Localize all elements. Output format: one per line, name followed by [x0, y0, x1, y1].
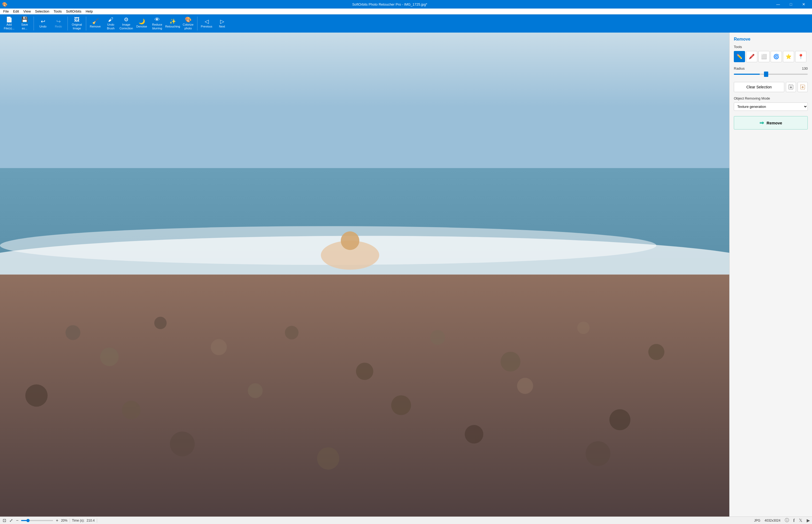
next-button[interactable]: ▷Next	[215, 16, 230, 31]
save-selection-button[interactable]	[786, 82, 796, 92]
window-controls: — □ ✕	[772, 0, 810, 9]
fit-to-window-button[interactable]: ⊡	[2, 518, 7, 523]
svg-point-21	[170, 432, 195, 457]
radius-slider-container	[734, 71, 808, 76]
denoise-icon: 🌙	[138, 19, 145, 24]
object-removing-mode-label: Object Removing Mode	[734, 96, 808, 100]
facebook-button[interactable]: f	[793, 518, 795, 523]
svg-point-10	[356, 363, 373, 380]
save-as-button[interactable]: 💾Save as...	[17, 16, 32, 31]
image-correction-icon: ⚙	[124, 17, 129, 22]
menu-item-file[interactable]: File	[1, 9, 11, 14]
svg-point-17	[248, 383, 263, 398]
eraser-tool-button[interactable]: 🖍️	[746, 51, 757, 62]
svg-point-13	[577, 322, 590, 334]
svg-point-14	[648, 344, 664, 360]
reduce-blurring-icon: 👁	[154, 17, 160, 22]
menu-item-softorbits[interactable]: SoftOrbits	[64, 9, 84, 14]
clear-selection-button[interactable]: Clear Selection	[734, 82, 784, 92]
svg-point-11	[430, 330, 445, 345]
time-label: Time (s):	[72, 519, 85, 522]
svg-point-22	[317, 447, 339, 470]
dimensions-label: 4032x3024	[764, 519, 780, 522]
menu-item-tools[interactable]: Tools	[51, 9, 64, 14]
svg-point-7	[154, 317, 167, 329]
next-icon: ▷	[220, 19, 224, 24]
brush-tool-button[interactable]: ✏️	[734, 51, 745, 62]
menu-item-view[interactable]: View	[21, 9, 33, 14]
previous-icon: ◁	[205, 19, 209, 24]
remove-button[interactable]: 🧹Remove	[88, 16, 103, 31]
svg-point-9	[285, 326, 299, 340]
undo-button[interactable]: ↩Undo	[35, 16, 50, 31]
menu-item-selection[interactable]: Selection	[33, 9, 51, 14]
remove-button[interactable]: ⇒ Remove	[734, 116, 808, 129]
svg-point-19	[517, 378, 533, 394]
radius-slider[interactable]	[734, 74, 808, 75]
radius-row: Radius 130	[734, 66, 808, 70]
app-logo: 🎨	[2, 2, 7, 7]
status-separator-2	[97, 519, 97, 523]
retouching-button[interactable]: ✨Retouching	[165, 16, 180, 31]
previous-button[interactable]: ◁Previous	[199, 16, 214, 31]
rect-select-tool-button[interactable]: ⬜	[758, 51, 769, 62]
stamp-tool-button[interactable]: 📍	[795, 51, 807, 62]
clear-selection-row: Clear Selection	[734, 82, 808, 92]
info-button[interactable]: ⓘ	[785, 518, 789, 523]
right-panel: Remove Tools ✏️🖍️⬜🌀⭐📍 Radius 130 Clear S…	[729, 33, 812, 517]
svg-point-6	[100, 347, 119, 366]
remove-icon: 🧹	[92, 19, 99, 24]
remove-button-label: Remove	[767, 121, 782, 125]
undo-brush-icon: 🖌	[108, 17, 114, 22]
svg-point-18	[391, 395, 411, 415]
main-area: Remove Tools ✏️🖍️⬜🌀⭐📍 Radius 130 Clear S…	[0, 33, 812, 517]
redo-icon: ↪	[56, 19, 61, 24]
maximize-button[interactable]: □	[785, 0, 797, 9]
zoom-slider[interactable]	[21, 520, 53, 521]
reduce-blurring-button[interactable]: 👁Reduce blurring	[150, 16, 165, 31]
format-label: JPG	[754, 519, 760, 522]
status-right: JPG 4032x3024 ⓘ f 𝕏 ▶	[754, 518, 810, 523]
svg-point-12	[501, 352, 520, 372]
denoise-button[interactable]: 🌙Denoise	[134, 16, 149, 31]
object-removing-mode-select[interactable]: Texture generationContent-aware fillInpa…	[734, 102, 808, 111]
status-separator-1	[70, 519, 70, 523]
original-image-button[interactable]: 🖼Original Image	[69, 16, 84, 31]
tools-section-label: Tools	[734, 45, 808, 49]
photo-canvas[interactable]	[0, 33, 729, 517]
close-button[interactable]: ✕	[798, 0, 810, 9]
zoom-in-button[interactable]: +	[55, 518, 59, 523]
fit-icon-button[interactable]: ⤢	[9, 518, 13, 523]
minimize-button[interactable]: —	[772, 0, 784, 9]
svg-point-8	[211, 339, 227, 355]
svg-rect-4	[0, 275, 729, 517]
magic-wand-tool-button[interactable]: ⭐	[783, 51, 794, 62]
colorize-photo-icon: 🎨	[185, 17, 191, 22]
toolbar: 📄Add File(s)...💾Save as...↩Undo↪Redo🖼Ori…	[0, 14, 812, 33]
svg-point-15	[26, 384, 48, 407]
undo-icon: ↩	[41, 19, 45, 24]
menu-item-help[interactable]: Help	[84, 9, 95, 14]
image-correction-button[interactable]: ⚙Image Correction	[119, 16, 134, 31]
load-selection-button[interactable]	[798, 82, 808, 92]
titlebar: 🎨 SoftOrbits Photo Retoucher Pro - IMG_1…	[0, 0, 812, 9]
toolbar-separator	[197, 17, 198, 30]
canvas-area[interactable]	[0, 33, 729, 517]
zoom-out-button[interactable]: −	[16, 518, 19, 523]
twitter-button[interactable]: 𝕏	[799, 518, 802, 523]
toolbar-separator	[34, 17, 34, 30]
colorize-photo-button[interactable]: 🎨Colorize photo	[181, 16, 196, 31]
remove-arrow-icon: ⇒	[759, 119, 764, 126]
redo-button[interactable]: ↪Redo	[51, 16, 66, 31]
menu-item-edit[interactable]: Edit	[11, 9, 21, 14]
original-image-icon: 🖼	[74, 17, 80, 22]
svg-point-26	[341, 231, 359, 250]
undo-brush-button[interactable]: 🖌Undo Brush	[103, 16, 118, 31]
svg-point-5	[65, 325, 80, 340]
add-files-button[interactable]: 📄Add File(s)...	[2, 16, 17, 31]
youtube-button[interactable]: ▶	[807, 518, 810, 523]
zoom-percent: 20%	[61, 519, 68, 522]
radius-value: 130	[802, 66, 808, 70]
svg-point-16	[122, 401, 141, 419]
lasso-tool-button[interactable]: 🌀	[771, 51, 782, 62]
